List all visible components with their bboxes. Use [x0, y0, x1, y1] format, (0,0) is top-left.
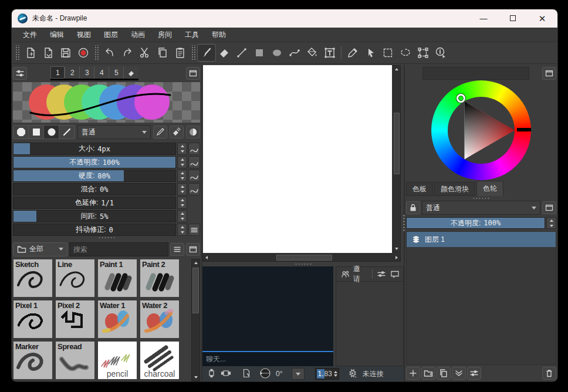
- erase-mode-icon[interactable]: [170, 126, 184, 138]
- ellipse-tool-button[interactable]: [268, 45, 286, 61]
- canvas-view-settings-icon[interactable]: [346, 368, 358, 380]
- menu-layer[interactable]: 图层: [99, 28, 123, 42]
- brush-preset-pixel-1[interactable]: Pixel 1: [13, 300, 52, 338]
- menu-tools[interactable]: 工具: [180, 28, 204, 42]
- chat-dock-options-icon[interactable]: [388, 268, 402, 281]
- spacing-spinner[interactable]: [177, 210, 187, 222]
- brush-preset-line[interactable]: Line: [56, 259, 94, 297]
- brush-preset-paint-2[interactable]: Paint 2: [140, 259, 179, 297]
- close-button[interactable]: ✕: [537, 13, 547, 24]
- fill-tool-button[interactable]: [303, 45, 321, 61]
- rotation-dial-icon[interactable]: [259, 367, 271, 381]
- canvas-vscrollbar[interactable]: [393, 65, 401, 253]
- brush-preset-water-1[interactable]: Water 1: [98, 300, 137, 338]
- preset-filter-dropdown[interactable]: 全部: [13, 242, 67, 256]
- canvas[interactable]: [203, 65, 392, 253]
- rotation-dropdown-button[interactable]: [292, 368, 305, 380]
- blend-mode-dropdown[interactable]: 普通: [77, 125, 151, 139]
- hardness-spinner[interactable]: [177, 170, 187, 182]
- tab-color-wheel[interactable]: 色轮: [476, 181, 503, 196]
- line-tool-button[interactable]: [233, 45, 251, 61]
- tab-palette[interactable]: 色板: [406, 182, 433, 196]
- menu-help[interactable]: 帮助: [207, 28, 231, 42]
- brush-preset-marker[interactable]: Marker: [13, 342, 52, 379]
- zoom-spinbox[interactable]: 1.83: [315, 368, 339, 380]
- page-icon[interactable]: [242, 369, 251, 380]
- opacity-slider[interactable]: 不透明度:100%: [13, 156, 176, 168]
- smudge-slider[interactable]: 混合:0%: [13, 183, 176, 195]
- record-button[interactable]: [75, 45, 92, 61]
- invite-button[interactable]: 邀请: [337, 268, 370, 281]
- merge-layer-button[interactable]: [452, 367, 466, 380]
- scroll-right-icon[interactable]: [393, 254, 400, 261]
- smudge-pressure-curve-button[interactable]: [188, 183, 200, 195]
- handles-horizontal-icon[interactable]: [221, 369, 231, 380]
- text-tool-button[interactable]: [321, 45, 339, 61]
- dock-options-icon[interactable]: [186, 67, 200, 80]
- scroll-up-icon[interactable]: [192, 259, 200, 266]
- brush-slot-2[interactable]: 2: [65, 66, 80, 79]
- open-file-button[interactable]: [39, 45, 57, 61]
- brush-preset-spread[interactable]: Spread: [56, 342, 94, 379]
- paste-button[interactable]: [171, 45, 189, 61]
- brush-tool-button[interactable]: [198, 45, 215, 61]
- color-selector-ring[interactable]: [457, 94, 465, 103]
- eraser-slot-button[interactable]: [124, 66, 138, 79]
- canvas-vscrollbar-thumb[interactable]: [394, 113, 400, 174]
- stabilizer-menu-button[interactable]: [188, 224, 200, 236]
- toolbar-grip[interactable]: [191, 45, 196, 60]
- transform-tool-button[interactable]: [414, 45, 432, 61]
- dock-splitter[interactable]: [13, 236, 200, 239]
- smudge-spinner[interactable]: [177, 183, 187, 195]
- tip-circle-icon[interactable]: [44, 126, 59, 138]
- layer-properties-button[interactable]: [467, 367, 481, 380]
- layer-opacity-spinner[interactable]: [546, 217, 556, 229]
- undo-button[interactable]: [101, 45, 119, 61]
- dock-splitter[interactable]: [405, 197, 557, 200]
- preset-list-menu-icon[interactable]: [170, 243, 184, 256]
- minimize-button[interactable]: —: [479, 14, 488, 23]
- layer-opacity-slider[interactable]: 不透明度:100%: [406, 217, 545, 229]
- cut-button[interactable]: [136, 45, 154, 61]
- stabilizer-slider[interactable]: 抖动修正:0: [13, 224, 176, 236]
- curve-tool-button[interactable]: [286, 45, 303, 61]
- scroll-up-icon[interactable]: [393, 66, 400, 73]
- tip-square-icon[interactable]: [29, 126, 44, 138]
- tab-color-sliders[interactable]: 颜色滑块: [434, 182, 475, 196]
- brush-slot-4[interactable]: 4: [94, 66, 109, 79]
- brush-preset-paint-1[interactable]: Paint 1: [98, 259, 137, 297]
- inspector-tool-button[interactable]: [432, 45, 449, 61]
- pointer-tool-button[interactable]: [361, 45, 379, 61]
- chat-messages[interactable]: [202, 266, 333, 351]
- brush-preset-pencil[interactable]: pencil: [98, 342, 137, 379]
- save-button[interactable]: [57, 45, 75, 61]
- menu-session[interactable]: 房间: [153, 28, 177, 42]
- toolbar-grip[interactable]: [94, 45, 99, 60]
- scroll-down-icon[interactable]: [393, 245, 400, 252]
- add-layer-button[interactable]: [406, 367, 420, 380]
- color-dock-options-icon[interactable]: [542, 67, 556, 80]
- canvas-hscrollbar-thumb[interactable]: [276, 255, 332, 261]
- tip-blob-icon[interactable]: [13, 126, 29, 138]
- preset-scrollbar[interactable]: [191, 259, 200, 381]
- preset-dock-options-icon[interactable]: [186, 243, 200, 256]
- tip-stroke-icon[interactable]: [59, 126, 75, 138]
- menu-file[interactable]: 文件: [18, 28, 42, 42]
- brush-settings-icon[interactable]: [13, 67, 27, 80]
- size-spinner[interactable]: [177, 143, 187, 155]
- canvas-hscrollbar[interactable]: [202, 254, 401, 262]
- copy-button[interactable]: [154, 45, 171, 61]
- brush-preset-water-2[interactable]: Water 2: [140, 300, 179, 338]
- chat-splitter[interactable]: [202, 262, 404, 266]
- hardness-pressure-curve-button[interactable]: [188, 170, 200, 182]
- redo-button[interactable]: [119, 45, 136, 61]
- layer-dock-options-icon[interactable]: [542, 201, 556, 214]
- hardness-slider[interactable]: 硬度:80%: [13, 170, 176, 182]
- brush-preset-sketch[interactable]: Sketch: [13, 259, 52, 297]
- menu-animation[interactable]: 动画: [126, 28, 150, 42]
- brush-slot-5[interactable]: 5: [109, 66, 124, 79]
- menu-edit[interactable]: 编辑: [45, 28, 69, 42]
- color-pickup-spinner[interactable]: [177, 197, 187, 209]
- color-picker-tool-button[interactable]: [344, 45, 361, 61]
- new-file-button[interactable]: [22, 45, 39, 61]
